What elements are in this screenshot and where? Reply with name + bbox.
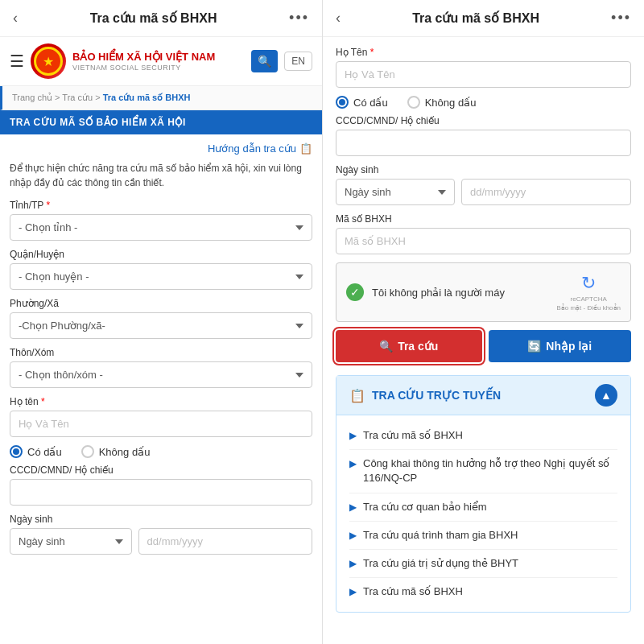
online-lookup-header: 📋 TRA CỨU TRỰC TUYẾN ▲ [336,376,630,415]
breadcrumb-current: Tra cứu mã số BHXH [103,93,191,102]
province-label: Tỉnh/TP * [10,200,312,211]
rp-fullname-required-mark: * [370,47,374,58]
right-form-area: Họ Tên * Có dấu Không dấu CCCD/CMND/ Hộ … [323,37,644,644]
lookup-item[interactable]: ▶Tra cứu cơ quan bảo hiểm [349,493,617,522]
rp-dob-input[interactable] [461,179,631,205]
accent-radio-group: Có dấu Không dấu [10,445,312,458]
rp-fullname-label: Họ Tên * [336,47,631,58]
lookup-item[interactable]: ▶Tra cứu mã số BHXH [349,422,617,450]
right-more-button[interactable]: ••• [611,10,631,27]
hint-link-label: Hướng dẫn tra cứu [208,142,296,155]
language-button[interactable]: EN [284,52,312,71]
rp-codau-radio[interactable] [336,96,349,109]
rp-id-input[interactable] [336,130,631,156]
left-form-area: Hướng dẫn tra cứu 📋 Để thực hiện chức nă… [0,134,322,571]
khongdau-option[interactable]: Không dấu [81,445,151,458]
recaptcha-text: reCAPTCHA [571,295,607,303]
left-top-nav: ‹ Tra cứu mã số BHXH ••• [0,0,322,37]
breadcrumb-sep2: > [95,93,102,102]
rp-bhxh-input[interactable] [336,228,631,254]
rp-accent-radio-group: Có dấu Không dấu [336,96,631,109]
rp-khongdau-label: Không dấu [425,97,477,109]
search-button-label: Tra cứu [398,340,438,353]
id-group: CCCD/CMND/ Hộ chiếu [10,464,312,506]
captcha-right: ↻ reCAPTCHA Bảo mật - Điều khoản [556,273,621,312]
reset-button[interactable]: 🔄 Nhập lại [489,330,632,362]
dob-label: Ngày sinh [10,514,312,525]
rp-dob-select[interactable]: Ngày sinh [336,179,455,205]
codau-option[interactable]: Có dấu [10,445,62,458]
rp-khongdau-radio[interactable] [407,96,420,109]
lookup-item-text: Công khai thông tin hưởng hỗ trợ theo Ng… [363,456,617,485]
dob-input[interactable] [138,528,312,555]
online-lookup-title-text: TRA CỨU TRỰC TUYẾN [372,389,501,402]
logo-sub-text: VIETNAM SOCIAL SECURITY [72,64,251,72]
ward-select[interactable]: -Chọn Phường/xã- [10,312,312,339]
left-back-button[interactable]: ‹ [13,10,18,27]
header-actions: 🔍 EN [251,50,312,72]
lookup-item[interactable]: ▶Tra cứu mã số BHXH [349,578,617,605]
header-search-button[interactable]: 🔍 [251,50,278,72]
lookup-arrow-icon: ▶ [349,502,357,513]
hint-link[interactable]: Hướng dẫn tra cứu 📋 [10,142,312,155]
dob-select[interactable]: Ngày sinh [10,528,132,555]
logo-inner: ★ [34,47,63,76]
lookup-item[interactable]: ▶Tra cứu giá trị sử dụng thẻ BHYT [349,550,617,578]
hint-link-container: Hướng dẫn tra cứu 📋 [10,142,312,155]
village-group: Thôn/Xóm - Chọn thôn/xóm - [10,347,312,388]
province-select[interactable]: - Chọn tỉnh - [10,214,312,241]
fullname-required-mark: * [41,396,45,407]
fullname-input[interactable] [10,411,312,437]
dob-group: Ngày sinh Ngày sinh [10,514,312,555]
logo-text: BẢO HIỂM XÃ HỘI VIỆT NAM VIETNAM SOCIAL … [72,51,251,72]
codau-radio[interactable] [10,445,23,458]
logo-main-text: BẢO HIỂM XÃ HỘI VIỆT NAM [72,51,251,64]
captcha-box[interactable]: ✓ Tôi không phải là người máy ↻ reCAPTCH… [336,262,631,322]
lookup-arrow-icon: ▶ [349,558,357,569]
menu-icon[interactable]: ☰ [10,52,24,71]
lookup-item-text: Tra cứu quá trình tham gia BHXH [363,528,518,543]
id-input[interactable] [10,479,312,506]
left-nav-title: Tra cứu mã số BHXH [90,10,217,26]
village-select[interactable]: - Chọn thôn/xóm - [10,361,312,388]
codau-label: Có dấu [27,446,62,458]
left-panel: ‹ Tra cứu mã số BHXH ••• ☰ ★ BẢO HIỂM XÃ… [0,0,322,644]
header-logo: ☰ ★ BẢO HIỂM XÃ HỘI VIỆT NAM VIETNAM SOC… [0,37,322,86]
district-select[interactable]: - Chọn huyện - [10,263,312,290]
lookup-item-text: Tra cứu cơ quan bảo hiểm [363,500,487,514]
breadcrumb-lookup[interactable]: Tra cứu [62,93,93,102]
online-lookup-icon: 📋 [349,388,365,403]
scroll-top-button[interactable]: ▲ [595,384,617,407]
lookup-arrow-icon: ▶ [349,530,357,541]
village-label: Thôn/Xóm [10,347,312,358]
rp-bhxh-label: Mã số BHXH [336,213,631,225]
captcha-left: ✓ Tôi không phải là người máy [346,283,505,301]
lookup-list: ▶Tra cứu mã số BHXH▶Công khai thông tin … [336,415,630,612]
right-back-button[interactable]: ‹ [336,10,341,27]
section-title: TRA CỨU MÃ SỐ BẢO HIỂM XÃ HỘI [0,110,322,134]
ward-label: Phường/Xã [10,298,312,309]
captcha-label: Tôi không phải là người máy [372,287,505,299]
dob-row: Ngày sinh [10,528,312,555]
lookup-item[interactable]: ▶Công khai thông tin hưởng hỗ trợ theo N… [349,450,617,493]
rp-fullname-input[interactable] [336,61,631,88]
rp-khongdau-option[interactable]: Không dấu [407,96,477,109]
right-nav-title: Tra cứu mã số BHXH [412,10,539,26]
rp-codau-option[interactable]: Có dấu [336,96,388,109]
lookup-item[interactable]: ▶Tra cứu quá trình tham gia BHXH [349,522,617,550]
captcha-check-icon: ✓ [346,283,364,301]
breadcrumb-sep1: > [55,93,62,102]
ward-group: Phường/Xã -Chọn Phường/xã- [10,298,312,339]
search-button-icon: 🔍 [379,340,393,353]
logo-star-icon: ★ [43,54,54,69]
recaptcha-sub-text: Bảo mật - Điều khoản [556,304,621,312]
lookup-item-text: Tra cứu mã số BHXH [363,584,463,599]
breadcrumb-home[interactable]: Trang chủ [12,93,52,102]
left-more-button[interactable]: ••• [289,10,309,27]
search-button[interactable]: 🔍 Tra cứu [336,330,482,362]
khongdau-radio[interactable] [81,445,94,458]
hint-icon: 📋 [299,142,312,155]
province-group: Tỉnh/TP * - Chọn tỉnh - [10,200,312,241]
recaptcha-icon: ↻ [581,273,596,294]
right-panel: ‹ Tra cứu mã số BHXH ••• Họ Tên * Có dấu… [322,0,644,644]
